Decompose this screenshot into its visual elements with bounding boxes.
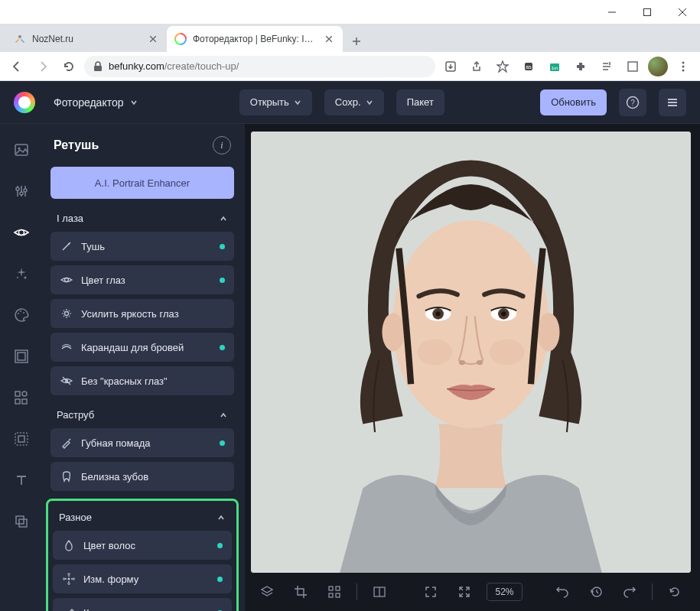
svg-point-20	[24, 189, 27, 192]
section-header[interactable]: І лаза	[50, 206, 234, 230]
browser-tab[interactable]: Фоторедактор | BeFunky: Image	[167, 26, 343, 52]
pro-dot-icon	[217, 577, 223, 582]
compare-button[interactable]	[368, 580, 391, 603]
chevron-down-icon	[366, 99, 373, 106]
rail-touchup-button[interactable]	[8, 219, 35, 246]
pro-dot-icon	[220, 278, 225, 283]
tool-lipstick[interactable]: Губная помада	[50, 428, 234, 457]
section-eyes: І лаза Тушь Цвет глаз Усилить яркость гл…	[50, 206, 234, 397]
mode-dropdown[interactable]: Фоторедактор	[47, 90, 144, 115]
rail-overlays-button[interactable]	[8, 425, 35, 453]
tool-brow-pencil[interactable]: Карандаш для бровей	[50, 333, 234, 362]
svg-rect-34	[18, 436, 24, 442]
layers-button[interactable]	[256, 580, 278, 603]
window-minimize-button[interactable]	[594, 0, 630, 24]
extensions-button[interactable]	[570, 56, 591, 77]
reset-button[interactable]	[663, 580, 686, 603]
help-button[interactable]: ?	[619, 89, 646, 116]
svg-point-11	[682, 61, 685, 63]
rail-text-button[interactable]	[8, 466, 35, 494]
svg-rect-29	[15, 392, 20, 396]
section-header[interactable]: Разное	[53, 505, 232, 529]
svg-rect-58	[336, 587, 340, 590]
bookmark-button[interactable]	[492, 56, 513, 77]
lipstick-icon	[60, 436, 73, 450]
extension-icon[interactable]: 1m	[544, 56, 565, 77]
canvas-area: 52%	[245, 124, 700, 611]
forward-button[interactable]	[32, 56, 54, 77]
svg-rect-32	[22, 399, 27, 404]
grid-button[interactable]	[323, 580, 346, 603]
share-icon[interactable]	[466, 56, 487, 77]
tool-mascara[interactable]: Тушь	[50, 232, 234, 261]
crop-button[interactable]	[289, 580, 312, 603]
info-button[interactable]: i	[213, 136, 231, 154]
close-icon[interactable]	[323, 33, 335, 45]
tool-eye-color[interactable]: Цвет глаз	[50, 265, 234, 294]
upgrade-button[interactable]: Обновить	[540, 89, 607, 115]
svg-point-53	[459, 360, 465, 365]
tool-reshape[interactable]: Изм. форму	[53, 564, 232, 593]
address-bar[interactable]: befunky.com/create/touch-up/	[84, 56, 435, 77]
install-icon[interactable]	[440, 56, 461, 77]
svg-point-51	[436, 311, 441, 316]
befunky-logo-icon[interactable]	[14, 92, 35, 113]
rail-textures-button[interactable]	[8, 508, 35, 535]
fit-button[interactable]	[453, 580, 476, 603]
extension-icon[interactable]	[622, 56, 643, 77]
undo-button[interactable]	[551, 580, 574, 603]
window-maximize-button[interactable]	[630, 0, 665, 24]
tool-teeth-whiten[interactable]: Белизна зубов	[50, 462, 234, 491]
tool-label: Кисть	[83, 607, 109, 612]
save-button[interactable]: Сохр.	[324, 89, 384, 115]
tool-hair-color[interactable]: Цвет волос	[53, 531, 232, 560]
tool-brush[interactable]: Кисть	[53, 598, 232, 611]
svg-point-40	[68, 578, 70, 580]
tab-title: NozNet.ru	[32, 34, 141, 44]
window-close-button[interactable]	[665, 0, 700, 24]
brush-icon	[62, 606, 76, 611]
close-icon[interactable]	[147, 33, 159, 45]
batch-button[interactable]: Пакет	[396, 89, 444, 115]
rail-image-button[interactable]	[8, 136, 35, 164]
tool-red-eye[interactable]: Без "красных глаз"	[50, 366, 234, 395]
section-title: Разное	[59, 512, 92, 523]
redo-button[interactable]	[618, 580, 641, 603]
extension-icon[interactable]: as	[518, 56, 539, 77]
browser-toolbar: befunky.com/create/touch-up/ as 1m	[0, 52, 700, 81]
tool-label: Изм. форму	[83, 574, 138, 585]
zoom-indicator[interactable]: 52%	[487, 583, 522, 601]
back-button[interactable]	[6, 56, 28, 77]
bottom-toolbar: 52%	[251, 573, 691, 611]
rail-graphics-button[interactable]	[8, 384, 35, 411]
history-button[interactable]	[584, 580, 607, 603]
svg-point-12	[682, 65, 685, 67]
new-tab-button[interactable]	[346, 31, 367, 52]
tool-rail	[0, 124, 43, 611]
browser-tab[interactable]: NozNet.ru	[6, 26, 167, 52]
fullscreen-button[interactable]	[419, 580, 442, 603]
rail-effects-button[interactable]	[8, 260, 35, 288]
tool-label: Усилить яркость глаз	[81, 308, 179, 320]
mascara-icon	[60, 239, 73, 253]
rail-adjust-button[interactable]	[8, 177, 35, 205]
canvas[interactable]	[251, 132, 691, 573]
rail-frames-button[interactable]	[8, 343, 35, 370]
svg-rect-4	[94, 66, 102, 71]
svg-point-45	[382, 313, 404, 351]
tool-eye-brighten[interactable]: Усилить яркость глаз	[50, 299, 234, 328]
svg-point-46	[537, 313, 559, 351]
ai-enhancer-button[interactable]: A.I. Portrait Enhancer	[50, 167, 234, 199]
chevron-up-icon	[219, 214, 228, 223]
svg-point-24	[18, 313, 19, 314]
extension-icon[interactable]	[596, 56, 617, 77]
reload-button[interactable]	[58, 56, 80, 77]
rail-artsy-button[interactable]	[8, 301, 35, 329]
menu-button[interactable]	[659, 89, 686, 116]
section-header[interactable]: Раструб	[50, 403, 234, 427]
profile-avatar[interactable]	[648, 57, 668, 76]
tool-label: Тушь	[81, 241, 105, 252]
svg-point-37	[65, 278, 69, 282]
browser-menu-button[interactable]	[672, 56, 694, 77]
open-button[interactable]: Открыть	[239, 89, 312, 115]
